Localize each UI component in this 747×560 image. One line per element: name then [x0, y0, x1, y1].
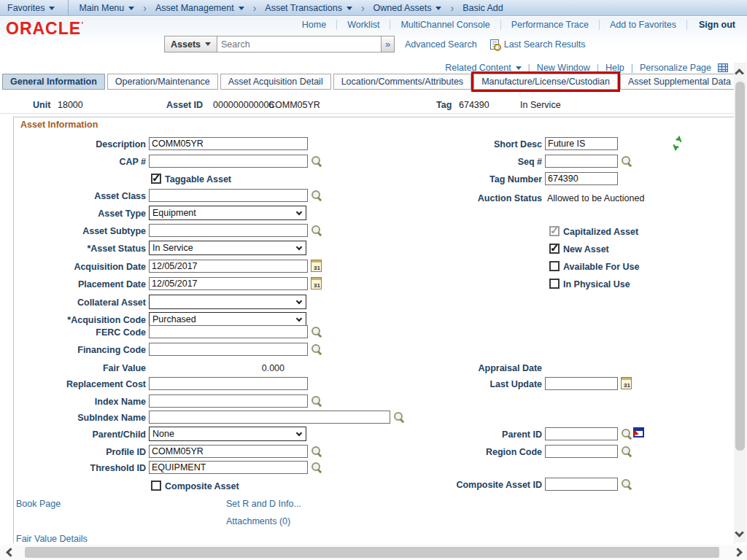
- horizontal-scrollbar-thumb[interactable]: [25, 547, 719, 558]
- asset-type-select[interactable]: Equipment: [149, 206, 306, 220]
- refresh-icon[interactable]: [672, 138, 683, 149]
- profile-id-lookup-icon[interactable]: [311, 446, 322, 457]
- short-desc-input[interactable]: [545, 137, 618, 150]
- tag-number-label: Tag Number: [409, 173, 542, 186]
- main-menu[interactable]: Main Menu: [79, 3, 134, 13]
- tab-operation-maintenance[interactable]: Operation/Maintenance: [107, 74, 218, 90]
- parent-child-select[interactable]: None: [149, 427, 306, 441]
- vertical-scrollbar-thumb[interactable]: [735, 82, 745, 451]
- acquisition-date-label: Acquisition Date: [15, 260, 146, 273]
- ferc-code-input[interactable]: [149, 325, 308, 338]
- breadcrumb-asset-management[interactable]: Asset Management: [155, 3, 244, 13]
- placement-date-calendar-icon[interactable]: [311, 277, 322, 289]
- add-to-favorites-link[interactable]: Add to Favorites: [600, 20, 687, 30]
- tab-asset-supplemental-data[interactable]: Asset Supplemental Data: [620, 74, 739, 90]
- tag-value: 674390: [459, 100, 489, 110]
- financing-code-label: Financing Code: [15, 343, 146, 357]
- fair-value-details-link[interactable]: Fair Value Details: [16, 534, 88, 544]
- basic-add-page: Favorites Main Menu › Asset Management ›…: [0, 0, 747, 560]
- placement-date-label: Placement Date: [15, 278, 146, 291]
- header: ORACLE’ Home Worklist MultiChannel Conso…: [0, 17, 747, 59]
- chevron-down-icon: [436, 7, 441, 13]
- new-window-link[interactable]: New Window: [537, 63, 590, 73]
- breadcrumb-basic-add[interactable]: Basic Add: [462, 3, 503, 13]
- composite-asset-id-input[interactable]: [545, 478, 618, 491]
- grid-layout-icon[interactable]: [718, 63, 728, 72]
- home-link[interactable]: Home: [292, 20, 337, 30]
- taggable-asset-checkbox[interactable]: [151, 174, 161, 184]
- tab-manufacture-license-custodian[interactable]: Manufacture/License/Custodian: [473, 74, 618, 90]
- chevron-down-icon: [205, 42, 211, 49]
- composite-asset-checkbox[interactable]: [151, 481, 161, 491]
- advanced-search-link[interactable]: Advanced Search: [405, 39, 477, 50]
- subindex-name-input[interactable]: [149, 411, 390, 424]
- breadcrumb-owned-assets[interactable]: Owned Assets: [374, 3, 442, 13]
- tab-general-information[interactable]: General Information: [2, 74, 105, 90]
- subindex-name-lookup-icon[interactable]: [393, 411, 405, 423]
- capitalized-asset-checkbox: [549, 226, 560, 236]
- composite-asset-id-label: Composite Asset ID: [409, 478, 542, 491]
- financing-code-lookup-icon[interactable]: [311, 343, 322, 355]
- search-go-button[interactable]: »: [381, 36, 395, 52]
- sign-out-link[interactable]: Sign out: [687, 20, 740, 30]
- last-update-input[interactable]: [545, 377, 618, 390]
- help-link[interactable]: Help: [605, 63, 624, 73]
- ferc-code-lookup-icon[interactable]: [311, 326, 322, 338]
- acquisition-date-input[interactable]: [149, 260, 308, 273]
- favorites-menu[interactable]: Favorites: [7, 3, 55, 13]
- acquisition-date-calendar-icon[interactable]: [311, 260, 322, 272]
- profile-id-label: Profile ID: [15, 446, 146, 459]
- last-update-calendar-icon[interactable]: [621, 377, 632, 389]
- breadcrumb-asset-transactions[interactable]: Asset Transactions: [265, 3, 352, 13]
- multichannel-console-link[interactable]: MultiChannel Console: [390, 20, 500, 30]
- seq-lookup-icon[interactable]: [621, 155, 632, 167]
- worklist-link[interactable]: Worklist: [337, 20, 390, 30]
- description-input[interactable]: [149, 137, 308, 150]
- asset-status-select[interactable]: In Service: [149, 241, 306, 255]
- attachments-link[interactable]: Attachments (0): [226, 516, 290, 526]
- in-physical-use-checkbox[interactable]: [549, 279, 560, 289]
- last-search-results-link[interactable]: Last Search Results: [504, 39, 586, 50]
- replacement-cost-input[interactable]: [149, 377, 308, 390]
- search-bar: Assets » Advanced Search Last Search Res…: [164, 36, 586, 52]
- tab-location-comments-attributes[interactable]: Location/Comments/Attributes: [333, 74, 471, 90]
- region-code-lookup-icon[interactable]: [621, 446, 632, 457]
- asset-id-label: Asset ID: [166, 100, 203, 110]
- financing-code-input[interactable]: [149, 343, 308, 356]
- tab-asset-acquisition-detail[interactable]: Asset Acquisition Detail: [220, 74, 331, 90]
- placement-date-input[interactable]: [149, 277, 308, 290]
- asset-class-lookup-icon[interactable]: [311, 190, 322, 201]
- parent-id-label: Parent ID: [409, 428, 542, 441]
- parent-id-input[interactable]: [545, 427, 618, 440]
- asset-class-input[interactable]: [149, 189, 308, 202]
- taggable-asset-label: Taggable Asset: [165, 174, 231, 185]
- composite-asset-id-lookup-icon[interactable]: [621, 478, 632, 490]
- index-name-lookup-icon[interactable]: [311, 395, 322, 407]
- search-category-button[interactable]: Assets: [164, 36, 217, 52]
- threshold-id-input[interactable]: [149, 461, 308, 474]
- tag-number-input[interactable]: [545, 172, 618, 185]
- new-asset-label: New Asset: [563, 244, 609, 255]
- cap-input[interactable]: [149, 155, 308, 168]
- index-name-input[interactable]: [149, 394, 308, 408]
- acquisition-code-select[interactable]: Purchased: [149, 312, 306, 327]
- seq-input[interactable]: [545, 155, 618, 168]
- book-page-link[interactable]: Book Page: [16, 499, 61, 509]
- new-asset-checkbox[interactable]: [549, 244, 560, 254]
- threshold-id-lookup-icon[interactable]: [311, 462, 322, 473]
- profile-id-input[interactable]: [149, 445, 308, 458]
- last-search-results-icon[interactable]: [490, 39, 499, 50]
- asset-subtype-input[interactable]: [149, 224, 308, 237]
- performance-trace-link[interactable]: Performance Trace: [501, 20, 600, 30]
- chevron-down-icon: [296, 244, 302, 250]
- available-for-use-checkbox[interactable]: [549, 261, 560, 271]
- collateral-asset-select[interactable]: [149, 295, 306, 309]
- go-to-parent-window-icon[interactable]: [633, 427, 644, 438]
- asset-subtype-lookup-icon[interactable]: [311, 225, 322, 236]
- cap-lookup-icon[interactable]: [311, 155, 322, 167]
- search-input[interactable]: [217, 36, 382, 52]
- region-code-input[interactable]: [545, 445, 618, 458]
- set-rd-info-link[interactable]: Set R and D Info...: [226, 499, 301, 509]
- related-content-menu[interactable]: Related Content: [445, 63, 521, 73]
- personalize-page-link[interactable]: Personalize Page: [640, 63, 711, 73]
